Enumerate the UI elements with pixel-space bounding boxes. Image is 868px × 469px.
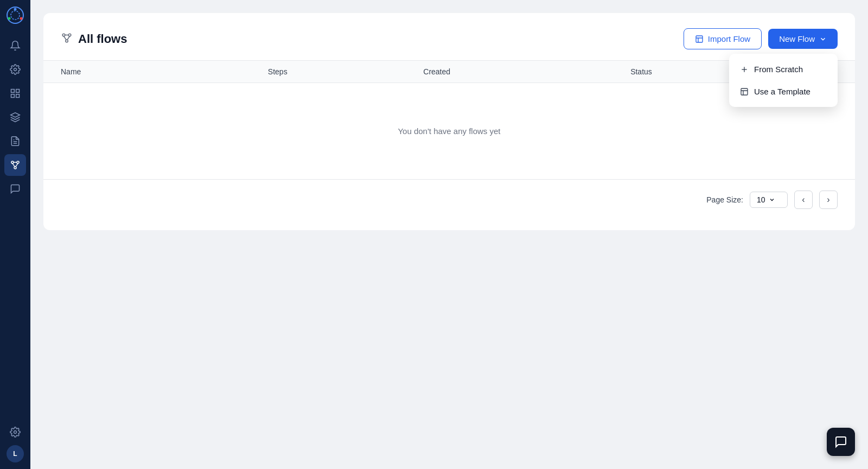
new-flow-button[interactable]: New Flow xyxy=(768,29,838,49)
svg-rect-8 xyxy=(11,94,15,98)
new-flow-dropdown: From Scratch Use a Template xyxy=(729,54,838,107)
svg-point-22 xyxy=(66,40,68,42)
svg-rect-6 xyxy=(11,90,15,93)
main-content: All flows Import Flow New Flow xyxy=(30,0,868,469)
svg-marker-10 xyxy=(11,113,20,117)
sidebar-item-layers[interactable] xyxy=(4,106,26,128)
page-size-select[interactable]: 10 xyxy=(750,192,788,208)
svg-rect-7 xyxy=(16,90,20,93)
new-flow-label: New Flow xyxy=(779,34,815,43)
import-flow-label: Import Flow xyxy=(708,34,750,43)
use-template-item[interactable]: Use a Template xyxy=(729,80,838,103)
col-header-name: Name xyxy=(61,67,268,76)
svg-rect-26 xyxy=(696,36,703,42)
prev-icon: ‹ xyxy=(802,195,805,205)
chat-button[interactable] xyxy=(827,428,855,456)
sidebar-item-document[interactable] xyxy=(4,130,26,152)
import-flow-button[interactable]: Import Flow xyxy=(684,28,762,49)
empty-message: You don't have any flows yet xyxy=(398,126,500,136)
card-header: All flows Import Flow New Flow xyxy=(43,13,855,60)
sidebar-item-notifications[interactable] xyxy=(4,35,26,56)
content-card: All flows Import Flow New Flow xyxy=(43,13,855,230)
svg-point-1 xyxy=(11,11,20,20)
next-icon: › xyxy=(827,195,829,205)
svg-rect-9 xyxy=(16,94,20,98)
page-size-value: 10 xyxy=(757,195,765,204)
page-size-label: Page Size: xyxy=(706,195,743,204)
page-title-row: All flows xyxy=(61,32,127,46)
svg-point-2 xyxy=(14,8,17,11)
avatar[interactable]: L xyxy=(7,445,24,462)
sidebar-item-gear[interactable] xyxy=(4,59,26,80)
col-header-created: Created xyxy=(423,67,630,76)
svg-point-14 xyxy=(17,161,19,163)
sidebar-item-chat-bubbles[interactable] xyxy=(4,178,26,200)
svg-point-15 xyxy=(14,167,16,169)
sidebar-item-flows[interactable] xyxy=(4,154,26,176)
sidebar: L xyxy=(0,0,30,469)
svg-point-19 xyxy=(14,431,17,434)
prev-page-button[interactable]: ‹ xyxy=(794,191,813,209)
svg-point-5 xyxy=(14,68,17,71)
use-template-label: Use a Template xyxy=(754,87,810,96)
header-actions: Import Flow New Flow From Scratch xyxy=(684,28,838,49)
pagination: Page Size: 10 ‹ › xyxy=(43,179,855,220)
from-scratch-label: From Scratch xyxy=(754,65,803,74)
svg-point-3 xyxy=(20,17,23,20)
svg-line-24 xyxy=(64,36,67,39)
col-header-steps: Steps xyxy=(268,67,423,76)
flows-icon xyxy=(61,32,73,46)
svg-point-21 xyxy=(68,34,71,36)
svg-line-25 xyxy=(67,36,70,39)
app-logo[interactable] xyxy=(7,7,24,24)
from-scratch-item[interactable]: From Scratch xyxy=(729,58,838,80)
svg-rect-29 xyxy=(741,88,748,95)
page-title: All flows xyxy=(78,32,127,46)
svg-point-20 xyxy=(62,34,65,36)
next-page-button[interactable]: › xyxy=(819,191,838,209)
sidebar-item-settings[interactable] xyxy=(4,421,26,443)
svg-point-13 xyxy=(11,161,14,163)
svg-line-17 xyxy=(12,163,15,167)
sidebar-item-grid[interactable] xyxy=(4,83,26,104)
svg-line-18 xyxy=(16,163,18,167)
svg-point-4 xyxy=(8,17,11,20)
